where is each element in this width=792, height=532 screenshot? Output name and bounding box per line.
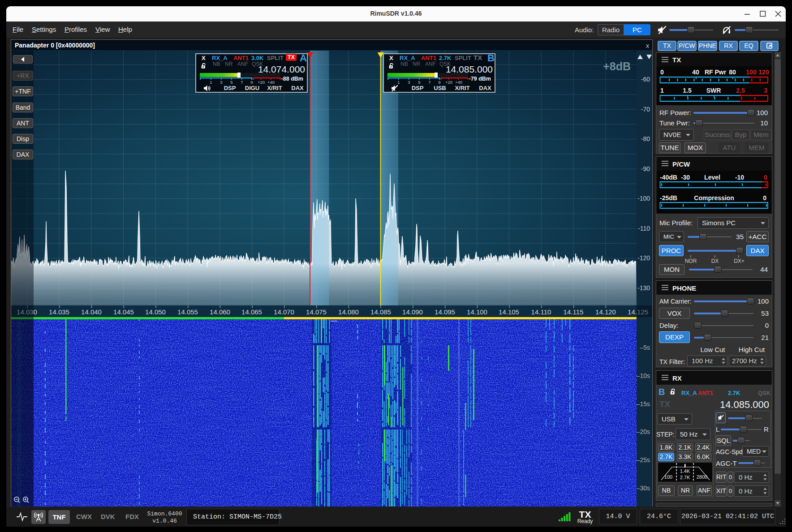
svg-text:1: 1 bbox=[210, 80, 212, 85]
svg-text:+20: +20 bbox=[258, 80, 265, 85]
svg-text:5: 5 bbox=[418, 80, 420, 85]
svg-text:0: 0 bbox=[763, 194, 766, 202]
svg-text:40: 40 bbox=[692, 69, 699, 76]
svg-text:80: 80 bbox=[729, 69, 736, 76]
svg-text:Level: Level bbox=[704, 174, 720, 181]
svg-text:7: 7 bbox=[241, 80, 243, 85]
svg-text:RF Pwr: RF Pwr bbox=[705, 69, 727, 76]
svg-text:9: 9 bbox=[438, 80, 440, 85]
svg-text:2800: 2800 bbox=[697, 474, 707, 480]
svg-text:1: 1 bbox=[397, 80, 400, 85]
svg-text:7: 7 bbox=[428, 80, 430, 85]
svg-text:+40: +40 bbox=[455, 80, 462, 85]
svg-text:-10: -10 bbox=[735, 174, 744, 181]
svg-text:100: 100 bbox=[664, 474, 672, 480]
svg-text:-30: -30 bbox=[681, 174, 690, 181]
svg-text:100: 100 bbox=[746, 69, 757, 76]
svg-text:0: 0 bbox=[764, 174, 767, 181]
svg-text:-40dB: -40dB bbox=[660, 174, 677, 181]
svg-text:+20: +20 bbox=[445, 80, 452, 85]
svg-text:3: 3 bbox=[408, 80, 410, 85]
svg-text:120: 120 bbox=[758, 69, 769, 76]
svg-text:-25dB: -25dB bbox=[660, 194, 677, 202]
svg-text:3: 3 bbox=[764, 87, 767, 94]
svg-text:1: 1 bbox=[660, 87, 664, 94]
svg-text:1.4K: 1.4K bbox=[680, 468, 690, 474]
svg-text:1.5: 1.5 bbox=[683, 87, 692, 94]
svg-text:SWR: SWR bbox=[706, 87, 721, 94]
svg-text:0: 0 bbox=[660, 69, 664, 76]
svg-text:5: 5 bbox=[230, 80, 232, 85]
svg-text:2.5: 2.5 bbox=[736, 87, 745, 94]
svg-text:2.7K: 2.7K bbox=[680, 475, 690, 480]
svg-text:+40: +40 bbox=[267, 80, 275, 85]
svg-text:9: 9 bbox=[250, 80, 253, 85]
svg-text:3: 3 bbox=[220, 80, 222, 85]
svg-text:Compression: Compression bbox=[694, 194, 734, 202]
